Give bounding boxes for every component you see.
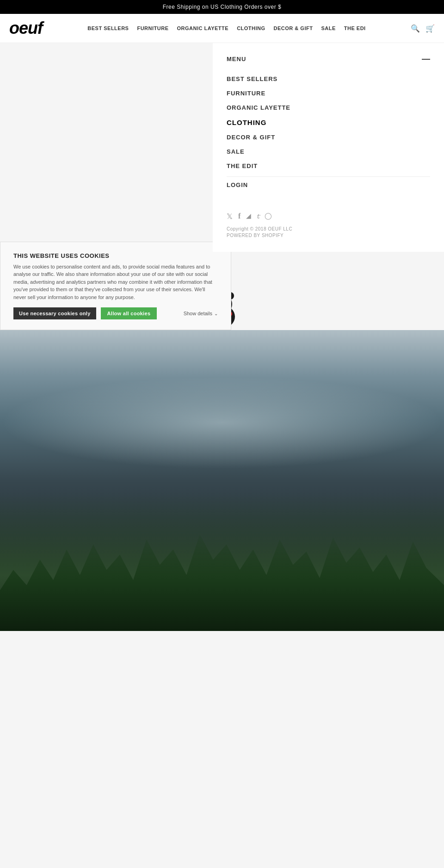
cookie-text: We use cookies to personalise content an…: [13, 263, 218, 301]
nav-decor-gift[interactable]: DECOR & GIFT: [274, 25, 313, 31]
menu-login-button[interactable]: LOGIN: [227, 178, 248, 192]
nav-clothing[interactable]: CLOTHING: [237, 25, 265, 31]
allow-all-cookies-button[interactable]: Allow all cookies: [101, 307, 157, 319]
nav-sale[interactable]: SALE: [321, 25, 335, 31]
nav-organic-layette[interactable]: ORGANIC LAYETTE: [177, 25, 229, 31]
chevron-down-icon: ⌄: [214, 311, 218, 316]
bottom-area: [0, 631, 444, 765]
vimeo-icon[interactable]: ◢: [246, 212, 251, 221]
menu-copyright: Copyright © 2018 OEUF LLC POWERED BY SHO…: [227, 226, 430, 238]
nav-the-edit[interactable]: THE EDI: [344, 25, 366, 31]
cookie-title: THIS WEBSITE USES COOKIES: [13, 252, 218, 259]
menu-close-button[interactable]: —: [422, 55, 430, 63]
top-banner: Free Shipping on US Clothing Orders over…: [0, 0, 444, 14]
banner-text: Free Shipping on US Clothing Orders over…: [163, 4, 281, 10]
nav-best-sellers[interactable]: BEST SELLERS: [87, 25, 129, 31]
powered-text: POWERED BY SHOPIFY: [227, 233, 430, 238]
menu-item-sale[interactable]: SALE: [227, 145, 430, 158]
cookie-banner: THIS WEBSITE USES COOKIES We use cookies…: [0, 242, 231, 331]
instagram-icon[interactable]: ◯: [265, 212, 272, 221]
menu-item-decor-gift[interactable]: DECOR & GIFT: [227, 131, 430, 144]
cookie-buttons: Use necessary cookies only Allow all coo…: [13, 307, 218, 319]
menu-item-clothing[interactable]: CLOTHING: [227, 115, 430, 130]
copyright-text: Copyright © 2018 OEUF LLC: [227, 226, 430, 231]
forest-section: [0, 330, 444, 631]
fog-layer: [0, 376, 444, 469]
header: oeuf BEST SELLERS FURNITURE ORGANIC LAYE…: [0, 14, 444, 43]
cart-icon[interactable]: 🛒: [426, 24, 435, 33]
menu-divider: [227, 176, 430, 177]
menu-item-best-sellers[interactable]: BEST SELLERS: [227, 72, 430, 86]
twitter-icon[interactable]: 𝕏: [227, 212, 233, 221]
nav-furniture[interactable]: FURNITURE: [137, 25, 168, 31]
use-necessary-cookies-button[interactable]: Use necessary cookies only: [13, 307, 96, 319]
search-icon[interactable]: 🔍: [411, 24, 420, 33]
menu-title: MENU: [227, 56, 246, 62]
menu-item-furniture[interactable]: FURNITURE: [227, 87, 430, 100]
nav-icons: 🔍 🛒: [411, 24, 435, 33]
facebook-icon[interactable]: f: [238, 212, 240, 221]
nav-links: BEST SELLERS FURNITURE ORGANIC LAYETTE C…: [87, 25, 365, 31]
logo[interactable]: oeuf: [9, 19, 43, 38]
show-details-text: Show details: [184, 311, 212, 316]
menu-items: BEST SELLERS FURNITURE ORGANIC LAYETTE C…: [227, 72, 430, 173]
show-details-button[interactable]: Show details ⌄: [184, 311, 218, 316]
pinterest-icon[interactable]: 𝓽: [257, 212, 259, 221]
main-area: MENU — BEST SELLERS FURNITURE ORGANIC LA…: [0, 43, 444, 237]
menu-social: 𝕏 f ◢ 𝓽 ◯: [227, 212, 430, 221]
menu-item-the-edit[interactable]: THE EDIT: [227, 159, 430, 173]
menu-item-organic-layette[interactable]: ORGANIC LAYETTE: [227, 101, 430, 114]
menu-header: MENU —: [227, 52, 430, 63]
menu-overlay: MENU — BEST SELLERS FURNITURE ORGANIC LA…: [213, 43, 444, 252]
